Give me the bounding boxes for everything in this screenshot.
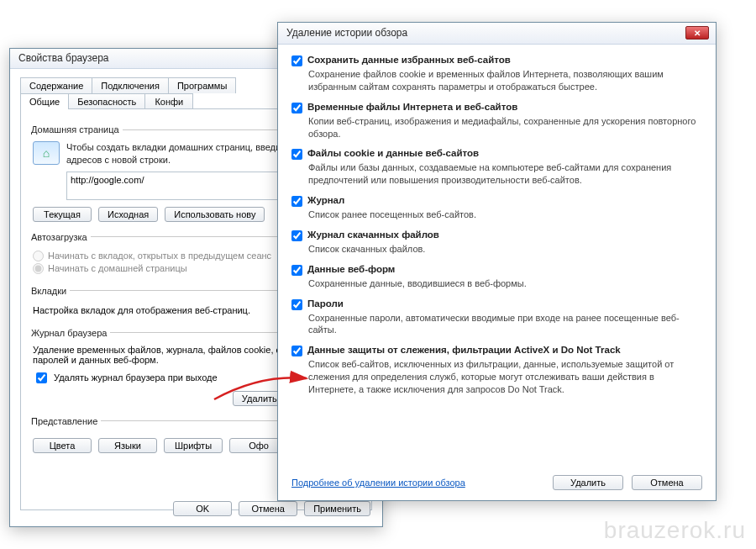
delete-option-checkbox-1[interactable] <box>291 103 302 113</box>
tab-security[interactable]: Безопасность <box>68 93 145 109</box>
ok-button[interactable]: OK <box>173 501 232 516</box>
delete-option-desc: Файлы или базы данных, создаваемые на ко… <box>308 161 702 187</box>
startup-legend: Автозагрузка <box>31 232 91 242</box>
delete-option-checkbox-4[interactable] <box>291 230 302 241</box>
close-icon: ✕ <box>694 29 701 38</box>
delete-option-title: Сохранить данные избранных веб-сайтов <box>307 55 511 65</box>
watermark: brauzerok.ru <box>604 517 746 544</box>
delete-history-titlebar[interactable]: Удаление истории обзора ✕ <box>278 23 716 45</box>
delete-option-title: Журнал скачанных файлов <box>307 230 439 240</box>
delete-option-desc: Список веб-сайтов, исключенных из фильтр… <box>308 358 702 396</box>
delete-option-checkbox-7[interactable] <box>291 346 302 356</box>
delete-option-7: Данные защиты от слежения, фильтрации Ac… <box>291 345 702 396</box>
delete-option-desc: Сохраненные пароли, автоматически вводим… <box>308 312 702 337</box>
home-icon: ⌂ <box>33 141 60 165</box>
delete-option-desc: Сохранение файлов cookie и временных фай… <box>308 68 702 93</box>
tab-programs[interactable]: Программы <box>168 77 236 93</box>
dialog-cancel-button[interactable]: Отмена <box>632 475 702 490</box>
tabs-legend: Вкладки <box>31 286 70 296</box>
delete-option-checkbox-2[interactable] <box>291 149 302 160</box>
delete-on-exit-input[interactable] <box>36 372 47 383</box>
use-current-button[interactable]: Текущая <box>33 207 92 222</box>
delete-option-1: Временные файлы Интернета и веб-сайтовКо… <box>291 102 702 140</box>
use-default-button[interactable]: Исходная <box>98 207 158 222</box>
delete-option-6: ПаролиСохраненные пароли, автоматически … <box>291 298 702 337</box>
delete-option-5: Данные веб-формСохраненные данные, вводи… <box>291 264 702 290</box>
close-button[interactable]: ✕ <box>685 26 709 40</box>
delete-option-3: ЖурналСписок ранее посещенных веб-сайтов… <box>291 195 702 221</box>
delete-option-checkbox-0[interactable] <box>291 55 302 66</box>
startup-home-radio-input <box>33 263 44 274</box>
fonts-button[interactable]: Шрифты <box>164 438 223 453</box>
dialog-delete-button[interactable]: Удалить <box>553 475 623 490</box>
colors-button[interactable]: Цвета <box>33 438 92 453</box>
delete-option-checkbox-3[interactable] <box>291 196 302 207</box>
delete-option-title: Данные веб-форм <box>307 264 395 274</box>
delete-option-desc: Список ранее посещенных веб-сайтов. <box>308 209 702 221</box>
delete-option-title: Временные файлы Интернета и веб-сайтов <box>307 102 517 112</box>
history-legend: Журнал браузера <box>31 328 110 338</box>
delete-option-title: Данные защиты от слежения, фильтрации Ac… <box>307 345 621 355</box>
tab-content[interactable]: Содержание <box>20 77 92 93</box>
tab-general[interactable]: Общие <box>20 93 69 109</box>
tab-connections[interactable]: Подключения <box>92 77 169 93</box>
delete-option-4: Журнал скачанных файловСписок скачанных … <box>291 230 702 256</box>
delete-option-checkbox-6[interactable] <box>291 299 302 310</box>
tabs-description: Настройка вкладок для отображения веб-ст… <box>33 305 250 315</box>
delete-option-title: Журнал <box>307 195 344 205</box>
cancel-button[interactable]: Отмена <box>239 501 297 516</box>
delete-option-desc: Сохраненные данные, вводившиеся в веб-фо… <box>308 277 702 290</box>
delete-option-0: Сохранить данные избранных веб-сайтовСох… <box>291 55 702 93</box>
languages-button[interactable]: Языки <box>98 438 157 453</box>
delete-option-title: Пароли <box>307 298 344 309</box>
learn-more-link[interactable]: Подробнее об удалении истории обзора <box>291 478 465 488</box>
use-newtab-button[interactable]: Использовать нову <box>165 207 265 222</box>
dialog-title: Удаление истории обзора <box>286 27 407 39</box>
delete-option-desc: Копии веб-страниц, изображения и медиафа… <box>308 115 702 140</box>
apply-button[interactable]: Применить <box>304 501 370 516</box>
delete-option-title: Файлы cookie и данные веб-сайтов <box>307 148 479 158</box>
window-title: Свойства браузера <box>18 52 109 64</box>
startup-tabs-radio-input <box>33 251 44 261</box>
tab-privacy[interactable]: Конфи <box>144 93 193 109</box>
delete-option-2: Файлы cookie и данные веб-сайтовФайлы ил… <box>291 148 702 187</box>
delete-option-checkbox-5[interactable] <box>291 265 302 276</box>
appearance-legend: Представление <box>31 416 101 426</box>
home-page-legend: Домашняя страница <box>31 124 123 135</box>
delete-history-dialog: Удаление истории обзора ✕ Сохранить данн… <box>277 22 717 501</box>
delete-option-desc: Список скачанных файлов. <box>308 243 702 256</box>
